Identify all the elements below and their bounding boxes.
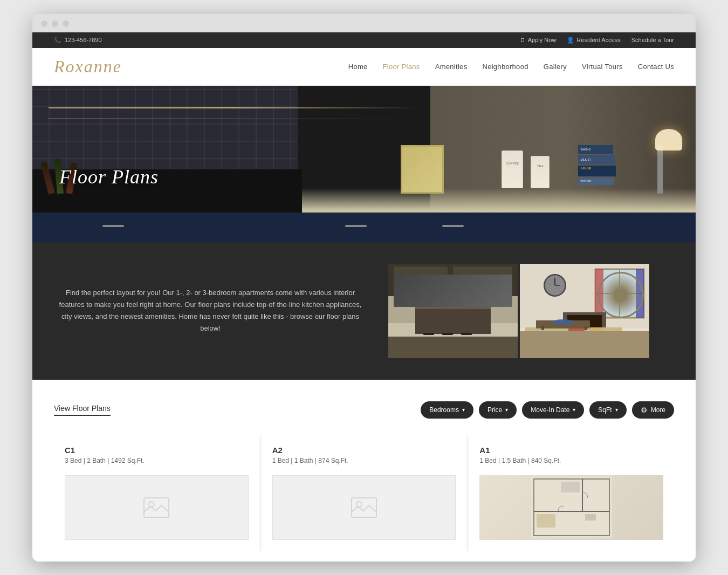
hero-section: COFFEE TEA BAKING MILK ST SAVOR WESTERN xyxy=(32,86,696,242)
floor-plan-card-a1[interactable]: A1 1 Bed | 1.5 Bath | 840 Sq.Ft. xyxy=(469,435,674,551)
floor-plan-svg-a1 xyxy=(531,476,612,538)
svg-rect-11 xyxy=(388,339,518,358)
svg-rect-31 xyxy=(525,327,533,352)
nav-link-neighborhood[interactable]: Neighborhood xyxy=(482,63,528,71)
svg-rect-50 xyxy=(537,514,555,528)
svg-rect-40 xyxy=(144,498,169,517)
card-a1-beds: 1 Bed xyxy=(479,457,496,464)
apply-now-link[interactable]: 🗒 Apply Now xyxy=(520,37,557,43)
nav-item-amenities[interactable]: Amenities xyxy=(435,61,468,71)
floor-plan-card-a2[interactable]: A2 1 Bed | 1 Bath | 874 Sq.Ft. xyxy=(262,435,467,551)
card-a2-name: A2 xyxy=(272,446,456,455)
nav-item-gallery[interactable]: Gallery xyxy=(544,61,567,71)
bedrooms-chevron-icon: ▾ xyxy=(462,407,465,413)
canister-2: TEA xyxy=(531,156,550,188)
bedrooms-filter-label: Bedrooms xyxy=(429,406,459,414)
nav-item-home[interactable]: Home xyxy=(348,61,368,71)
bedrooms-filter-btn[interactable]: Bedrooms ▾ xyxy=(421,401,473,419)
move-in-date-filter-label: Move-In Date xyxy=(531,406,569,414)
apply-now-label: Apply Now xyxy=(528,37,557,43)
svg-point-38 xyxy=(552,319,574,325)
main-nav: Roxanne Home Floor Plans Amenities Neigh… xyxy=(32,48,696,86)
card-a2-sqft: 874 Sq.Ft. xyxy=(318,457,348,464)
svg-point-41 xyxy=(149,502,154,507)
svg-rect-13 xyxy=(394,266,448,293)
floor-plans-section: View Floor Plans Bedrooms ▾ Price ▾ Move… xyxy=(32,380,696,562)
svg-rect-7 xyxy=(415,303,491,309)
move-in-date-chevron-icon: ▾ xyxy=(573,407,575,413)
browser-dot-yellow xyxy=(52,20,58,27)
price-filter-label: Price xyxy=(487,406,502,414)
svg-rect-51 xyxy=(585,514,596,521)
utility-bar-left: 📞 123-456-7890 xyxy=(54,37,102,44)
svg-rect-10 xyxy=(461,333,472,335)
move-in-date-filter-btn[interactable]: Move-In Date ▾ xyxy=(522,401,584,419)
utility-bar: 📞 123-456-7890 🗒 Apply Now 👤 Resident Ac… xyxy=(32,32,696,48)
cabinet-handle-3 xyxy=(442,225,464,227)
nav-links: Home Floor Plans Amenities Neighborhood … xyxy=(348,61,674,71)
apartment-photo-living xyxy=(520,264,649,358)
lamp-stem xyxy=(657,145,663,194)
svg-rect-52 xyxy=(561,482,580,492)
svg-rect-6 xyxy=(415,307,491,334)
card-c1-beds: 3 Bed xyxy=(65,457,81,464)
placeholder-icon-c1 xyxy=(143,497,170,518)
card-a1-sqft: 840 Sq.Ft. xyxy=(531,457,561,464)
svg-rect-29 xyxy=(525,327,622,352)
card-c1-baths: 2 Bath xyxy=(87,457,106,464)
lamp-shade xyxy=(655,129,682,150)
nav-link-amenities[interactable]: Amenities xyxy=(435,63,468,71)
living-room-svg xyxy=(520,264,649,358)
sqft-filter-label: SqFt xyxy=(598,406,612,414)
card-a1-baths: 1.5 Bath xyxy=(502,457,526,464)
card-a2-beds: 1 Bed xyxy=(272,457,289,464)
nav-link-virtual-tours[interactable]: Virtual Tours xyxy=(582,63,623,71)
nav-item-floor-plans[interactable]: Floor Plans xyxy=(383,61,420,71)
card-c1-details: 3 Bed | 2 Bath | 1492 Sq.Ft. xyxy=(65,457,249,464)
floor-plans-header: View Floor Plans Bedrooms ▾ Price ▾ Move… xyxy=(54,401,674,419)
nav-item-neighborhood[interactable]: Neighborhood xyxy=(482,61,528,71)
phone-icon: 📞 xyxy=(54,37,61,44)
nav-link-contact-us[interactable]: Contact Us xyxy=(638,63,674,71)
nav-item-contact-us[interactable]: Contact Us xyxy=(638,61,674,71)
nav-link-home[interactable]: Home xyxy=(348,63,368,71)
gold-accent-line xyxy=(49,107,417,108)
nav-item-virtual-tours[interactable]: Virtual Tours xyxy=(582,61,623,71)
apartment-photo-kitchen xyxy=(388,264,518,358)
hero-title: Floor Plans xyxy=(59,166,159,188)
view-floor-plans-tab[interactable]: View Floor Plans xyxy=(54,404,111,416)
book-stack: BAKING MILK ST SAVOR WESTERN xyxy=(578,145,616,188)
cabinet-handle-1 xyxy=(102,225,124,227)
svg-rect-36 xyxy=(541,326,544,330)
nav-link-gallery[interactable]: Gallery xyxy=(544,63,567,71)
more-filter-btn[interactable]: ⚙ More xyxy=(632,401,674,419)
sqft-chevron-icon: ▾ xyxy=(615,407,618,413)
price-filter-btn[interactable]: Price ▾ xyxy=(479,401,517,419)
schedule-tour-link[interactable]: Schedule a Tour xyxy=(631,37,674,43)
more-filter-icon: ⚙ xyxy=(641,406,648,414)
sqft-filter-btn[interactable]: SqFt ▾ xyxy=(589,401,626,419)
browser-chrome xyxy=(32,14,696,32)
framed-art xyxy=(401,145,444,194)
svg-rect-22 xyxy=(636,269,644,318)
more-filter-label: More xyxy=(651,406,665,414)
price-chevron-icon: ▾ xyxy=(505,407,508,413)
floor-plan-card-c1[interactable]: C1 3 Bed | 2 Bath | 1492 Sq.Ft. xyxy=(54,435,259,551)
card-a1-details: 1 Bed | 1.5 Bath | 840 Sq.Ft. xyxy=(479,457,663,464)
svg-rect-39 xyxy=(520,347,649,358)
svg-rect-42 xyxy=(352,498,376,517)
site-logo[interactable]: Roxanne xyxy=(54,57,122,77)
browser-dot-red xyxy=(41,20,47,27)
phone-number: 123-456-7890 xyxy=(65,37,102,43)
svg-rect-34 xyxy=(590,327,603,338)
card-a2-details: 1 Bed | 1 Bath | 874 Sq.Ft. xyxy=(272,457,456,464)
gold-accent-line-2 xyxy=(49,118,417,119)
svg-rect-32 xyxy=(614,327,622,352)
placeholder-icon-a2 xyxy=(351,497,377,518)
browser-content: 📞 123-456-7890 🗒 Apply Now 👤 Resident Ac… xyxy=(32,32,696,562)
resident-icon: 👤 xyxy=(567,37,574,44)
nav-link-floor-plans[interactable]: Floor Plans xyxy=(383,63,420,71)
browser-dot-green xyxy=(63,20,69,27)
description-section: Find the perfect layout for you! Our 1-,… xyxy=(32,242,696,380)
resident-access-link[interactable]: 👤 Resident Access xyxy=(567,37,620,44)
